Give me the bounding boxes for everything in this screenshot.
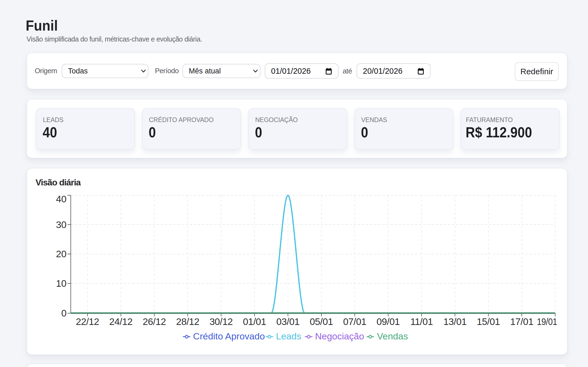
svg-text:26/12: 26/12 bbox=[143, 316, 166, 327]
svg-text:Negociação: Negociação bbox=[315, 331, 364, 341]
svg-text:30/12: 30/12 bbox=[210, 316, 233, 327]
svg-text:Vendas: Vendas bbox=[377, 331, 408, 341]
svg-text:10: 10 bbox=[56, 278, 67, 289]
svg-text:Visão diária: Visão diária bbox=[36, 177, 81, 187]
svg-text:Leads: Leads bbox=[276, 331, 301, 341]
svg-text:03/01: 03/01 bbox=[276, 316, 299, 327]
svg-text:07/01: 07/01 bbox=[343, 316, 366, 327]
svg-text:30: 30 bbox=[56, 219, 67, 230]
svg-text:19/01: 19/01 bbox=[537, 316, 557, 327]
svg-text:40: 40 bbox=[56, 194, 67, 204]
svg-text:15/01: 15/01 bbox=[477, 316, 500, 327]
svg-text:0: 0 bbox=[61, 308, 66, 318]
svg-text:09/01: 09/01 bbox=[377, 316, 400, 327]
svg-text:17/01: 17/01 bbox=[510, 316, 533, 327]
svg-text:22/12: 22/12 bbox=[76, 316, 99, 327]
svg-text:05/01: 05/01 bbox=[310, 316, 333, 327]
svg-text:13/01: 13/01 bbox=[443, 316, 467, 327]
svg-text:24/12: 24/12 bbox=[109, 316, 133, 327]
svg-text:28/12: 28/12 bbox=[176, 316, 199, 327]
svg-text:11/01: 11/01 bbox=[410, 316, 433, 327]
svg-text:01/01: 01/01 bbox=[243, 316, 266, 327]
svg-text:Crédito Aprovado: Crédito Aprovado bbox=[193, 331, 265, 341]
svg-text:20: 20 bbox=[56, 248, 67, 259]
